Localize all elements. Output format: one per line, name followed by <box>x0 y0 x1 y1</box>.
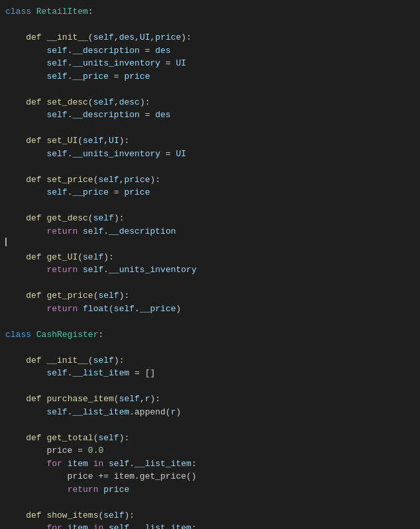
code-token: self <box>103 522 129 529</box>
code-token: ): <box>103 251 114 264</box>
code-token: price <box>124 173 150 187</box>
code-token: def <box>5 289 46 303</box>
code-token: , <box>140 393 145 406</box>
code-token: UI <box>140 31 150 44</box>
code-line: def set_UI(self,UI): <box>0 134 420 148</box>
code-token: ): <box>114 354 125 367</box>
code-line: def __init__(self,des,UI,price): <box>0 31 420 44</box>
code-token: CashRegister <box>36 328 99 342</box>
code-token: , <box>114 31 119 44</box>
code-token: get_desc <box>46 212 87 225</box>
code-token: . <box>103 264 109 277</box>
code-token: self <box>93 354 114 367</box>
code-token: def <box>5 212 46 225</box>
code-token: def <box>5 432 46 445</box>
code-line: price += item.get_price() <box>0 470 420 483</box>
code-line: return price <box>0 483 420 497</box>
code-token: self <box>98 173 119 187</box>
code-token: . <box>103 225 109 238</box>
code-token: = <box>160 57 176 70</box>
code-token: ): <box>119 432 130 445</box>
code-line: self.__description = des <box>0 109 420 122</box>
code-token: r <box>145 393 150 406</box>
code-token: .append( <box>129 406 170 419</box>
code-token: class <box>5 5 36 19</box>
code-token: self <box>5 148 68 161</box>
code-token: ): <box>150 393 161 406</box>
code-line: self.__description = des <box>0 44 420 58</box>
code-token: . <box>129 522 134 529</box>
code-line: for item in self.__list_item: <box>0 457 420 471</box>
code-token: 0.0 <box>88 444 103 457</box>
cursor <box>5 238 7 246</box>
code-token: purchase_item <box>46 393 113 406</box>
code-token: , <box>114 96 119 109</box>
code-token: UI <box>176 57 186 70</box>
code-token: ): <box>119 134 130 148</box>
code-token: . <box>129 457 134 471</box>
code-token: __price <box>140 303 176 316</box>
code-token: self <box>5 44 68 58</box>
code-token: def <box>5 393 46 406</box>
code-line <box>0 238 420 251</box>
code-token: price <box>124 186 150 199</box>
code-token: in <box>93 522 104 529</box>
code-token: def <box>5 31 46 44</box>
code-token: def <box>5 96 46 109</box>
code-token: ): <box>181 31 191 44</box>
code-token: ): <box>119 289 130 303</box>
code-token: ( <box>88 354 93 367</box>
code-line <box>0 122 420 135</box>
code-token: item <box>62 457 93 471</box>
code-token: in <box>93 457 104 471</box>
code-token: self <box>93 96 114 109</box>
code-token: self <box>119 393 140 406</box>
code-line <box>0 199 420 213</box>
code-token: : <box>191 457 197 471</box>
code-token: __list_item <box>72 406 129 419</box>
code-line: self.__price = price <box>0 186 420 199</box>
code-token: __price <box>72 70 109 83</box>
code-token: ): <box>114 212 125 225</box>
code-token: __init__ <box>46 354 87 367</box>
code-token: for <box>46 522 62 529</box>
code-token <box>5 457 46 471</box>
code-line <box>0 380 420 393</box>
code-token: = <box>109 70 124 83</box>
code-line <box>0 418 420 432</box>
code-token: self <box>5 367 68 380</box>
code-token <box>5 225 46 238</box>
code-line: def get_desc(self): <box>0 212 420 225</box>
code-token <box>5 264 46 277</box>
code-token: des <box>155 44 170 58</box>
code-token: self <box>98 432 119 445</box>
code-line: self.__units_inventory = UI <box>0 57 420 70</box>
code-line: self.__list_item.append(r) <box>0 406 420 419</box>
code-token <box>5 522 46 529</box>
code-token: def <box>5 251 46 264</box>
code-line: def __init__(self): <box>0 354 420 367</box>
code-token: self <box>103 457 129 471</box>
code-line: return self.__units_inventory <box>0 264 420 277</box>
code-token: ( <box>88 96 93 109</box>
code-token: __list_item <box>72 367 129 380</box>
code-token: = <box>140 109 155 122</box>
code-editor[interactable]: class RetailItem: def __init__(self,des,… <box>0 0 420 529</box>
code-token: ): <box>150 173 161 187</box>
code-token: , <box>119 173 125 187</box>
code-token: self <box>5 70 68 83</box>
code-token: __init__ <box>46 31 87 44</box>
code-token: : <box>191 522 197 529</box>
code-token: ) <box>176 303 181 316</box>
code-line: self.__units_inventory = UI <box>0 148 420 161</box>
code-line <box>0 496 420 509</box>
code-token: self <box>103 509 124 522</box>
code-token: r <box>171 406 176 419</box>
code-token: des <box>119 31 134 44</box>
code-token: = <box>140 44 155 58</box>
code-token: self <box>93 31 114 44</box>
code-token: __list_item <box>134 457 191 471</box>
code-token: get_UI <box>46 251 78 264</box>
code-token: = <box>160 148 176 161</box>
code-token: RetailItem <box>36 5 88 19</box>
